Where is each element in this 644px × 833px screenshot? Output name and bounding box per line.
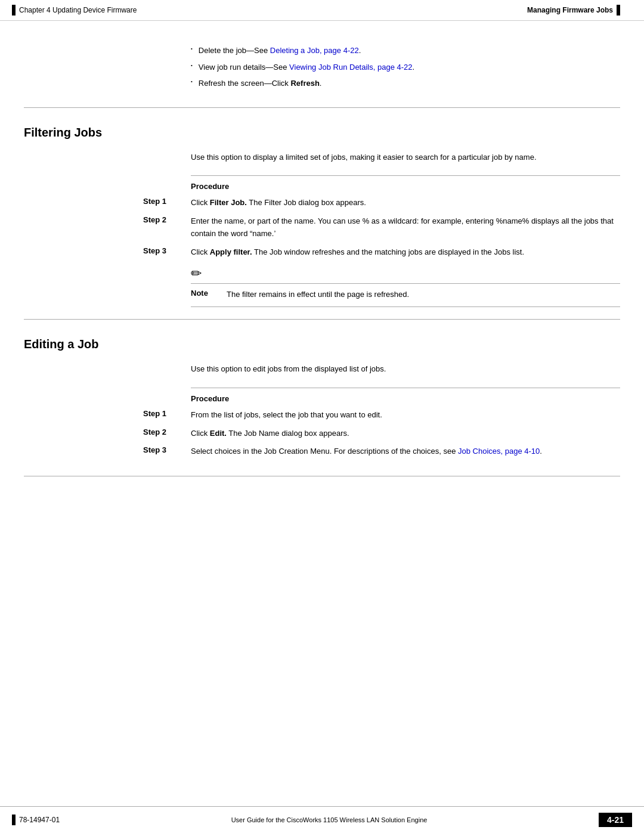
- divider-bottom: [24, 476, 620, 476]
- bullet-dot-2: •: [191, 63, 193, 68]
- editing-step-3-content: Select choices in the Job Creation Menu.…: [191, 445, 620, 458]
- editing-step-3: Step 3 Select choices in the Job Creatio…: [143, 445, 620, 458]
- filtering-step-2-content: Enter the name, or part of the name. You…: [191, 215, 620, 240]
- bullet-text-1: Delete the job—See Deleting a Job, page …: [199, 45, 361, 57]
- bullet-text-3: Refresh the screen—Click Refresh.: [199, 78, 322, 89]
- link-viewing-job-run-details[interactable]: Viewing Job Run Details, page 4-22: [289, 63, 412, 72]
- footer-center-text: User Guide for the CiscoWorks 1105 Wirel…: [60, 816, 599, 823]
- filtering-step-1-content: Click Filter Job. The Filter Job dialog …: [191, 197, 620, 209]
- page-container: Chapter 4 Updating Device Firmware Manag…: [0, 0, 644, 833]
- bullet-item-2: • View job run details—See Viewing Job R…: [191, 61, 620, 73]
- editing-step-1-content: From the list of jobs, select the job th…: [191, 409, 620, 422]
- editing-job-heading: Editing a Job: [24, 337, 620, 351]
- filtering-step-3-label: Step 3: [143, 246, 191, 259]
- editing-step-1-label: Step 1: [143, 409, 191, 422]
- filtering-step-3: Step 3 Click Apply filter. The Job windo…: [143, 246, 620, 259]
- bullet-item-3: • Refresh the screen—Click Refresh.: [191, 78, 620, 89]
- filtering-step-2-label: Step 2: [143, 215, 191, 240]
- filtering-step-1-label: Step 1: [143, 197, 191, 209]
- footer-doc-id: 78-14947-01: [19, 816, 60, 824]
- filtering-step-1: Step 1 Click Filter Job. The Filter Job …: [143, 197, 620, 209]
- editing-procedure-heading: Procedure: [191, 388, 620, 403]
- filtering-jobs-section: Filtering Jobs Use this option to displa…: [24, 126, 620, 307]
- header-right: Managing Firmware Jobs: [527, 5, 620, 16]
- note-pencil-icon: ✏: [191, 267, 202, 280]
- note-text: The filter remains in effect until the p…: [227, 289, 409, 301]
- footer-left-marker: [12, 815, 16, 825]
- divider-middle: [24, 319, 620, 320]
- header-right-marker: [617, 5, 620, 16]
- header-bar: Chapter 4 Updating Device Firmware Manag…: [0, 0, 644, 21]
- bullet-item-1: • Delete the job—See Deleting a Job, pag…: [191, 45, 620, 57]
- note-row: Note The filter remains in effect until …: [191, 289, 620, 307]
- filtering-step-3-content: Click Apply filter. The Job window refre…: [191, 246, 620, 259]
- editing-step-2-label: Step 2: [143, 428, 191, 440]
- note-line: [191, 283, 620, 284]
- header-left: Chapter 4 Updating Device Firmware: [12, 5, 137, 16]
- filtering-jobs-heading: Filtering Jobs: [24, 126, 620, 140]
- top-bullet-section: • Delete the job—See Deleting a Job, pag…: [191, 33, 620, 89]
- editing-step-3-label: Step 3: [143, 445, 191, 458]
- link-deleting-job[interactable]: Deleting a Job, page 4-22: [270, 46, 359, 55]
- editing-step-1: Step 1 From the list of jobs, select the…: [143, 409, 620, 422]
- note-icon-row: ✏: [191, 267, 620, 280]
- bullet-text-2: View job run details—See Viewing Job Run…: [199, 61, 414, 73]
- filtering-step-2: Step 2 Enter the name, or part of the na…: [143, 215, 620, 240]
- filtering-procedure-heading: Procedure: [191, 175, 620, 191]
- note-label: Note: [191, 289, 227, 298]
- filtering-jobs-description: Use this option to display a limited set…: [191, 151, 620, 164]
- editing-job-description: Use this option to edit jobs from the di…: [191, 363, 620, 376]
- divider-top: [24, 107, 620, 108]
- link-job-choices[interactable]: Job Choices, page 4-10: [458, 447, 540, 456]
- editing-step-2: Step 2 Click Edit. The Job Name dialog b…: [143, 428, 620, 440]
- header-chapter-text: Chapter 4 Updating Device Firmware: [19, 6, 137, 14]
- filtering-note-container: ✏ Note The filter remains in effect unti…: [191, 267, 620, 307]
- bullet-dot-3: •: [191, 79, 193, 84]
- footer-bar: 78-14947-01 User Guide for the CiscoWork…: [0, 806, 644, 833]
- header-right-text: Managing Firmware Jobs: [527, 6, 613, 14]
- footer-page-number: 4-21: [599, 813, 632, 827]
- editing-step-2-content: Click Edit. The Job Name dialog box appe…: [191, 428, 620, 440]
- bullet-dot-1: •: [191, 46, 193, 51]
- content-area: • Delete the job—See Deleting a Job, pag…: [0, 21, 644, 536]
- editing-job-section: Editing a Job Use this option to edit jo…: [24, 337, 620, 458]
- header-left-marker: [12, 5, 16, 16]
- footer-left: 78-14947-01: [0, 815, 60, 825]
